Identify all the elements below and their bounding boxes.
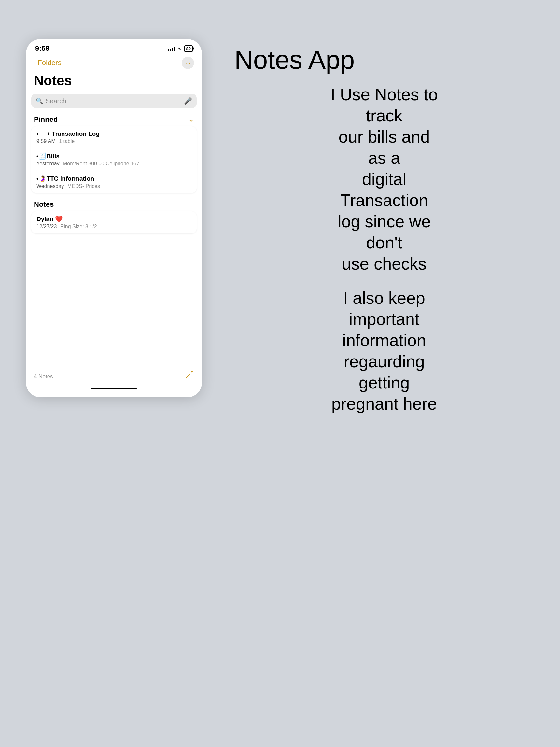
note-prefix: •🤰 xyxy=(36,175,47,182)
note-date: Wednesday xyxy=(36,183,64,189)
note-meta: 9:59 AM 1 table xyxy=(36,138,191,144)
nav-bar: ‹ Folders ··· xyxy=(26,55,202,72)
mic-icon[interactable]: 🎤 xyxy=(184,97,192,105)
app-title: Notes App xyxy=(234,46,534,74)
note-title: Dylan ❤️ xyxy=(36,215,191,223)
right-panel: Notes App I Use Notes to track our bills… xyxy=(221,39,534,414)
search-input[interactable]: Search xyxy=(46,97,181,105)
pinned-chevron-icon[interactable]: ⌄ xyxy=(188,115,194,124)
phone-mockup: 9:59 ∿ 89 ‹ Folders ··· N xyxy=(26,39,202,397)
pinned-notes-card: •— + Transaction Log 9:59 AM 1 table •🧾B… xyxy=(31,126,197,193)
more-icon: ··· xyxy=(185,59,191,67)
home-indicator xyxy=(91,387,137,389)
note-meta: Yesterday Mom/Rent 300.00 Cellphone 167.… xyxy=(36,161,191,167)
note-date: 12/27/23 xyxy=(36,224,57,229)
page-title: Notes xyxy=(26,72,202,94)
note-meta: Wednesday MEDS- Prices xyxy=(36,183,191,189)
notes-card: Dylan ❤️ 12/27/23 Ring Size: 8 1/2 xyxy=(31,211,197,233)
signal-bars-icon xyxy=(168,46,175,51)
note-title: •🤰TTC Information xyxy=(36,175,191,182)
more-button[interactable]: ··· xyxy=(182,57,194,69)
note-meta: 12/27/23 Ring Size: 8 1/2 xyxy=(36,224,191,230)
battery-icon: 89 xyxy=(184,45,193,52)
note-title: •🧾Bills xyxy=(36,152,191,160)
notes-count: 4 Notes xyxy=(34,374,53,380)
list-item[interactable]: •🤰TTC Information Wednesday MEDS- Prices xyxy=(31,171,197,193)
note-date: 9:59 AM xyxy=(36,138,56,144)
note-preview: Ring Size: 8 1/2 xyxy=(60,224,97,229)
list-item[interactable]: Dylan ❤️ 12/27/23 Ring Size: 8 1/2 xyxy=(31,211,197,233)
note-preview: Mom/Rent 300.00 Cellphone 167... xyxy=(63,161,143,166)
status-bar: 9:59 ∿ 89 xyxy=(26,39,202,55)
list-item[interactable]: •🧾Bills Yesterday Mom/Rent 300.00 Cellph… xyxy=(31,149,197,171)
pinned-label: Pinned xyxy=(34,115,58,124)
chevron-left-icon: ‹ xyxy=(34,59,36,67)
note-prefix: •— + xyxy=(36,130,52,137)
status-time: 9:59 xyxy=(35,44,50,53)
list-item[interactable]: •— + Transaction Log 9:59 AM 1 table xyxy=(31,126,197,149)
search-icon: 🔍 xyxy=(36,97,43,105)
pinned-section-header: Pinned ⌄ xyxy=(26,113,202,126)
note-preview: 1 table xyxy=(59,138,75,144)
page-layout: 9:59 ∿ 89 ‹ Folders ··· N xyxy=(26,39,534,414)
note-preview: MEDS- Prices xyxy=(68,183,100,189)
back-label: Folders xyxy=(37,59,61,67)
search-bar[interactable]: 🔍 Search 🎤 xyxy=(31,94,197,108)
svg-rect-0 xyxy=(186,373,190,378)
notes-section-header: Notes xyxy=(26,198,202,211)
status-icons: ∿ 89 xyxy=(168,45,193,52)
compose-button[interactable] xyxy=(185,371,194,382)
note-title: •— + Transaction Log xyxy=(36,130,191,137)
note-date: Yesterday xyxy=(36,161,60,166)
description-text: I Use Notes to track our bills and as a … xyxy=(234,84,534,414)
back-button[interactable]: ‹ Folders xyxy=(34,59,61,67)
bottom-bar: 4 Notes xyxy=(26,367,202,385)
wifi-icon: ∿ xyxy=(178,46,182,52)
note-prefix: •🧾 xyxy=(36,153,47,159)
